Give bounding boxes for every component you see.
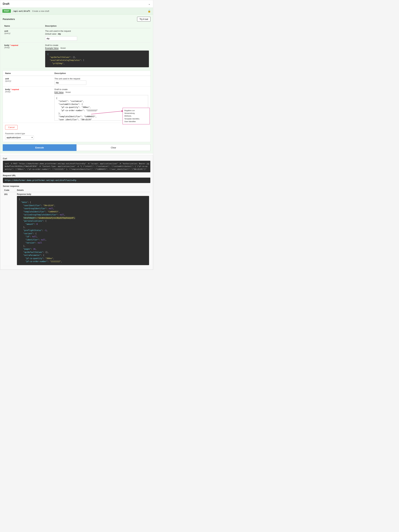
edit-value-tabs: Edit Value Model: [54, 91, 148, 94]
inner-expanded-panel: Name Description unit (query) The unit u…: [3, 71, 150, 142]
table-row: 201 Response body { "data": { "userIdent…: [3, 192, 150, 266]
post-badge: POST: [2, 9, 11, 13]
annotation-box: Angaben zurVerwendung,Attribute,Template…: [123, 108, 150, 124]
content-type-select-wrapper: application/json: [5, 135, 34, 140]
response-body-code: { "data": { "userIdentifier": "5NrcDiVX"…: [17, 196, 149, 265]
resp-details-header: Details: [16, 188, 150, 192]
required-star: *: [10, 44, 11, 46]
try-it-out-button[interactable]: Try it out: [137, 17, 150, 21]
col-desc-header: Description: [44, 24, 150, 28]
table-row: body * required (body) Draft to create E…: [3, 42, 150, 69]
cancel-button[interactable]: Cancel: [5, 125, 18, 130]
post-bar: POST /api-ext/draft Create a new draft 🔒: [0, 8, 153, 14]
inner-col-desc: Description: [52, 71, 150, 76]
param-default-unit: Default value : dtp: [45, 33, 149, 35]
lock-icon: 🔒: [148, 10, 151, 13]
model-tab[interactable]: Model: [60, 47, 66, 50]
inner-required-star: *: [11, 89, 11, 90]
response-section: Curl curl -X POST "https://dokuformer.de…: [0, 155, 153, 270]
resp-code-header: Code: [3, 188, 16, 192]
required-label: required: [11, 44, 18, 46]
params-header: Parameters Try it out: [3, 17, 150, 21]
execute-bar: Execute Clear: [3, 144, 150, 151]
post-description: Create a new draft: [32, 10, 49, 12]
draft-header: Draft ⌄: [0, 0, 153, 8]
example-value-tabs: Example Value Model: [45, 47, 149, 50]
inner-required-label: required: [12, 89, 19, 90]
content-type-label: Parameter content type: [5, 133, 148, 135]
param-desc-body: Draft to create: [45, 44, 149, 46]
inner-col-name: Name: [3, 71, 52, 76]
execute-button[interactable]: Execute: [3, 144, 76, 151]
param-location-unit: (query): [4, 32, 42, 34]
response-code: 201: [4, 193, 8, 196]
post-path: /api-ext/draft: [13, 10, 30, 12]
clear-button[interactable]: Clear: [76, 144, 150, 151]
curl-label: Curl: [3, 157, 150, 160]
inner-param-name-body: body * required: [5, 88, 50, 91]
draft-title: Draft: [3, 2, 9, 6]
inner-param-desc-unit: The unit used in the request: [54, 77, 148, 80]
content-type-select[interactable]: application/json: [5, 135, 34, 140]
edit-value-tab[interactable]: Edit Value: [54, 91, 64, 94]
server-response-label: Server response: [3, 185, 150, 187]
inner-model-tab[interactable]: Model: [65, 91, 71, 94]
inner-params-table: Name Description unit (query) The unit u…: [3, 71, 150, 123]
inner-param-name-unit: unit: [5, 77, 50, 80]
response-body-label: Response body: [17, 193, 149, 195]
table-row: unit (query) The unit used in the reques…: [3, 76, 150, 86]
col-name-header: Name: [3, 24, 44, 28]
curl-code-block: curl -X POST "https://dokuformer.demo.pr…: [3, 161, 150, 172]
inner-param-location-unit: (query): [5, 80, 50, 82]
request-url-box: https://dokuformer.demo.printformer.net/…: [3, 177, 150, 183]
params-label: Parameters: [3, 18, 15, 20]
inner-param-desc-body: Draft to create: [54, 88, 148, 91]
params-table: Name Description unit (query) The unit u…: [3, 24, 150, 69]
copy-icon[interactable]: ⧉: [147, 162, 149, 165]
inner-param-location-body: (body): [5, 91, 50, 93]
param-name-unit: unit: [4, 30, 42, 32]
code-block: { "apiDefaultValues": {}, "availableCata…: [45, 51, 149, 67]
response-table: Code Details 201 Response body { "data":…: [3, 188, 150, 266]
inner-unit-input[interactable]: [54, 81, 86, 85]
table-row: body * required (body) Draft to create E…: [3, 86, 150, 123]
param-location-body: (body): [4, 46, 42, 49]
param-name-body: body * required: [4, 44, 42, 46]
example-value-tab[interactable]: Example Value: [45, 47, 59, 50]
chevron-down-icon[interactable]: ⌄: [148, 2, 150, 6]
parameters-section: Parameters Try it out Name Description u…: [0, 14, 153, 153]
param-desc-unit: The unit used in the request: [45, 30, 149, 32]
request-url-label: Request URL: [3, 174, 150, 177]
table-row: unit (query) The unit used in the reques…: [3, 28, 150, 42]
unit-input[interactable]: [45, 36, 77, 41]
